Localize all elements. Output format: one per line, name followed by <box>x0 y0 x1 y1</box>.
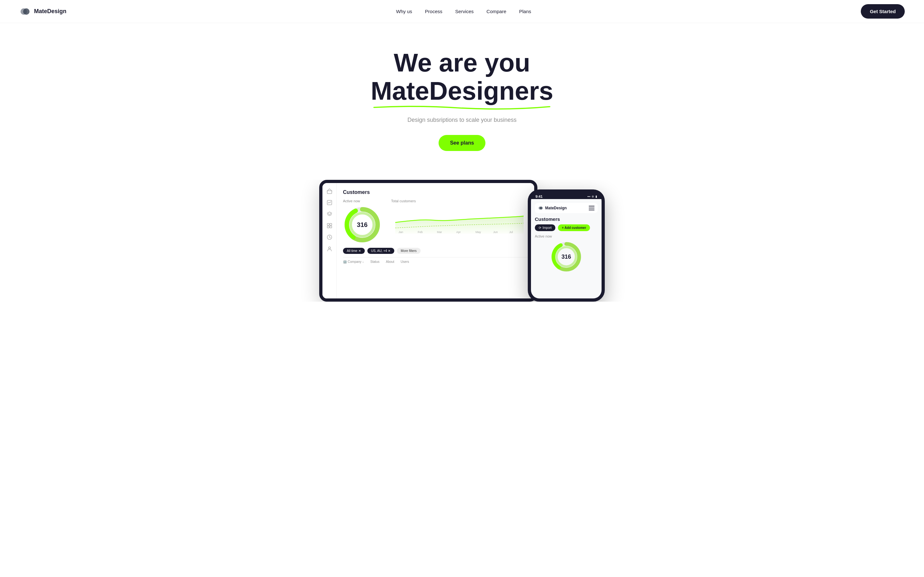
phone-customers-title: Customers <box>535 216 598 222</box>
phone-action-buttons: ⟳ Import + Add customer <box>535 224 598 231</box>
svg-rect-7 <box>330 226 332 228</box>
logo-icon <box>19 6 31 17</box>
nav-why-us[interactable]: Why us <box>396 9 412 14</box>
nav-links: Why us Process Services Compare Plans <box>396 9 531 15</box>
navbar: MateDesign Why us Process Services Compa… <box>0 0 924 23</box>
phone-mockup: 9:41 ▪▪▪ ⊚ ▮ MateDesign <box>528 189 605 301</box>
sidebar-chart-icon <box>326 200 333 205</box>
phone-add-customer-button[interactable]: + Add customer <box>558 224 590 231</box>
see-plans-button[interactable]: See plans <box>439 135 486 151</box>
hero-line1: We are you <box>6 49 918 77</box>
tablet-table-header: 🏢 Company ↓ Status About Users <box>343 257 528 266</box>
sidebar-box-icon <box>326 223 333 229</box>
svg-point-1 <box>23 8 29 15</box>
svg-text:Feb: Feb <box>418 230 423 234</box>
phone-active-label: Active now <box>535 234 598 238</box>
filter-all-time[interactable]: All time ✕ <box>343 248 365 254</box>
svg-rect-25 <box>589 210 594 210</box>
hero-line2: MateDesigners <box>371 77 553 105</box>
mockup-section: Customers Active now <box>0 180 924 301</box>
phone-app-name: MateDesign <box>545 206 567 210</box>
tablet-filters: All time ✕ US, AU, +4 ✕ More filters <box>343 248 528 254</box>
tablet-content: Customers Active now <box>336 183 534 298</box>
brand-name: MateDesign <box>34 8 66 15</box>
sidebar-user-icon <box>326 246 333 251</box>
col-users: Users <box>401 260 409 263</box>
nav-compare[interactable]: Compare <box>486 9 506 14</box>
col-status: Status <box>370 260 379 263</box>
hero-subtitle: Design subsriptions to scale your busine… <box>6 117 918 123</box>
svg-point-9 <box>328 247 330 249</box>
nav-process[interactable]: Process <box>425 9 443 14</box>
phone-status-bar: 9:41 ▪▪▪ ⊚ ▮ <box>531 193 602 199</box>
signal-icon: ▪▪▪ <box>587 195 590 198</box>
phone-donut-number: 316 <box>561 253 571 260</box>
svg-text:Mar: Mar <box>437 230 442 234</box>
sidebar-clock-icon <box>326 234 333 240</box>
col-about: About <box>386 260 394 263</box>
phone-status-icons: ▪▪▪ ⊚ ▮ <box>587 195 597 198</box>
wifi-icon: ⊚ <box>591 195 594 198</box>
tablet-active-label: Active now <box>343 199 381 203</box>
get-started-button[interactable]: Get Started <box>861 4 905 19</box>
svg-rect-24 <box>589 208 594 208</box>
col-company: 🏢 Company ↓ <box>343 260 364 263</box>
tablet-line-chart: Jan Feb Mar Apr May Jun Jul <box>391 205 528 234</box>
tablet-customers-title: Customers <box>343 189 528 195</box>
hero-section: We are you MateDesigners Design subsript… <box>0 23 924 164</box>
phone-logo-icon <box>538 205 543 211</box>
svg-text:Apr: Apr <box>456 230 461 234</box>
filter-more[interactable]: More filters <box>397 248 420 254</box>
svg-rect-23 <box>589 206 594 206</box>
svg-text:Jul: Jul <box>509 230 513 234</box>
sidebar-home-icon <box>326 188 333 194</box>
tablet-total-label: Total customers <box>391 199 528 203</box>
phone-app-header: MateDesign <box>535 203 598 213</box>
svg-rect-4 <box>327 223 329 226</box>
tablet-mockup: Customers Active now <box>319 180 537 301</box>
svg-rect-6 <box>327 226 329 228</box>
logo-area[interactable]: MateDesign <box>19 6 66 17</box>
svg-rect-5 <box>330 223 332 226</box>
underline-decoration <box>371 104 553 111</box>
svg-text:Jan: Jan <box>399 230 403 234</box>
tablet-donut: 316 <box>343 205 381 244</box>
sidebar-layers-icon <box>326 211 333 217</box>
phone-import-button[interactable]: ⟳ Import <box>535 224 556 231</box>
tablet-sidebar <box>322 183 336 298</box>
svg-point-22 <box>540 207 543 210</box>
battery-icon: ▮ <box>596 195 597 198</box>
phone-screen: MateDesign Customers ⟳ Import + Add cust… <box>531 199 602 298</box>
svg-rect-2 <box>327 191 332 193</box>
svg-text:Jun: Jun <box>493 230 498 234</box>
nav-services[interactable]: Services <box>455 9 474 14</box>
phone-donut: 316 <box>550 241 582 273</box>
phone-time: 9:41 <box>535 195 543 198</box>
tablet-screen: Customers Active now <box>322 183 534 298</box>
svg-text:May: May <box>475 230 481 234</box>
phone-menu-icon[interactable] <box>589 206 594 210</box>
filter-us-au[interactable]: US, AU, +4 ✕ <box>367 248 395 254</box>
phone-logo-row: MateDesign <box>538 205 567 211</box>
tablet-donut-number: 316 <box>357 221 367 229</box>
nav-plans[interactable]: Plans <box>519 9 531 14</box>
hero-title: We are you MateDesigners <box>6 49 918 105</box>
